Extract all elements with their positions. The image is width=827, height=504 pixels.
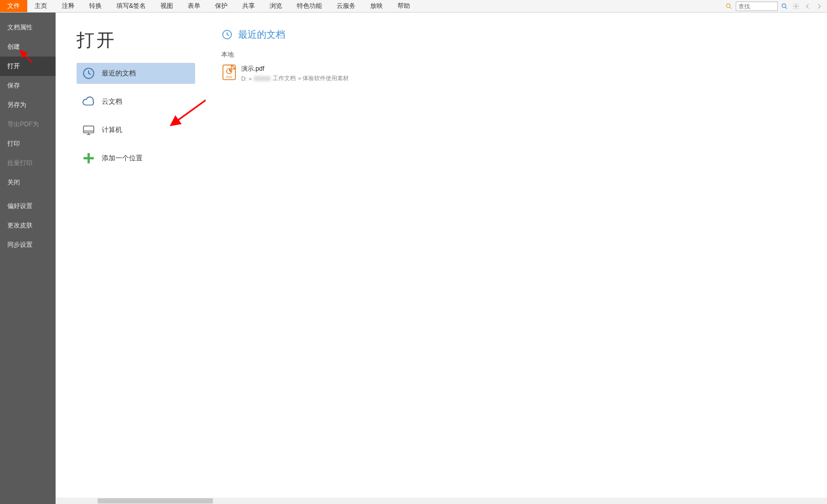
menu-annotate[interactable]: 注释 [55,0,82,12]
sidebar-item-export[interactable]: 导出PDF为 [0,115,56,134]
menu-right-tools [724,0,827,12]
sidebar-item-sync[interactable]: 同步设置 [0,235,56,255]
page-title: 打开 [77,28,195,52]
gear-icon[interactable] [791,2,801,11]
menu-share[interactable]: 共享 [235,0,262,12]
menu-form[interactable]: 表单 [180,0,208,12]
svg-line-1 [730,7,732,8]
scrollbar-thumb[interactable] [98,498,213,503]
svg-text:PDF: PDF [226,75,232,79]
recent-group-label: 本地 [221,50,811,59]
menu-file[interactable]: 文件 [0,0,27,12]
sidebar-item-open[interactable]: 打开 [0,57,56,76]
recent-file-item[interactable]: PDF 演示.pdf D: » 工作文档 » 体验软件使用素材 [221,62,811,84]
top-menu-bar: 文件 主页 注释 转换 填写&签名 视图 表单 保护 共享 浏览 特色功能 云服… [0,0,827,13]
menu-browse[interactable]: 浏览 [262,0,289,12]
menu-view[interactable]: 视图 [153,0,180,12]
recent-heading-label: 最近的文档 [238,28,285,41]
file-sidebar: 文档属性 创建 打开 保存 另存为 导出PDF为 打印 批量打印 关闭 偏好设置… [0,13,56,504]
menu-cloud[interactable]: 云服务 [329,0,363,12]
sidebar-item-save[interactable]: 保存 [0,76,56,95]
computer-icon [82,123,95,137]
horizontal-scrollbar[interactable] [56,498,827,504]
sidebar-item-batchprint[interactable]: 批量打印 [0,154,56,173]
location-label: 计算机 [102,125,122,135]
menu-home[interactable]: 主页 [27,0,55,12]
location-computer[interactable]: 计算机 [77,119,195,140]
open-locations-panel: 打开 最近的文档 云文档 计算机 [56,13,206,504]
search-highlight-icon[interactable] [724,2,734,11]
location-recent[interactable]: 最近的文档 [77,63,195,84]
menu-convert[interactable]: 转换 [82,0,109,12]
svg-point-2 [782,4,786,7]
menu-fillsign[interactable]: 填写&签名 [109,0,153,12]
cloud-icon [82,95,95,108]
sidebar-item-close[interactable]: 关闭 [0,173,56,192]
file-name: 演示.pdf [241,64,349,73]
nav-next-icon[interactable] [814,2,824,11]
svg-rect-7 [83,126,94,133]
svg-point-0 [726,4,730,7]
sidebar-item-print[interactable]: 打印 [0,134,56,154]
menu-protect[interactable]: 保护 [208,0,235,12]
redacted-segment [254,76,271,81]
sidebar-item-saveas[interactable]: 另存为 [0,95,56,115]
svg-line-3 [786,7,787,8]
recent-heading: 最近的文档 [221,28,811,41]
plus-icon [82,151,95,165]
location-label: 最近的文档 [102,69,136,78]
sidebar-item-create[interactable]: 创建 [0,37,56,57]
svg-rect-12 [83,157,94,159]
location-label: 添加一个位置 [102,154,143,163]
nav-prev-icon[interactable] [803,2,812,11]
recent-files-panel: 最近的文档 本地 PDF 演示.pdf D: » 工作文档 » 体验 [206,13,827,504]
sidebar-item-skin[interactable]: 更改皮肤 [0,216,56,235]
menu-features[interactable]: 特色功能 [289,0,329,12]
location-cloud[interactable]: 云文档 [77,91,195,112]
search-icon[interactable] [780,2,789,11]
sidebar-item-preferences[interactable]: 偏好设置 [0,196,56,216]
location-label: 云文档 [102,97,122,106]
svg-point-4 [795,5,797,7]
menu-help[interactable]: 帮助 [390,0,417,12]
file-path: D: » 工作文档 » 体验软件使用素材 [241,74,349,82]
location-add[interactable]: 添加一个位置 [77,148,195,169]
search-input[interactable] [736,2,778,11]
clock-icon [82,67,95,80]
menu-slideshow[interactable]: 放映 [363,0,390,12]
pdf-file-icon: PDF [222,64,236,80]
sidebar-item-properties[interactable]: 文档属性 [0,18,56,37]
clock-icon [221,29,233,40]
